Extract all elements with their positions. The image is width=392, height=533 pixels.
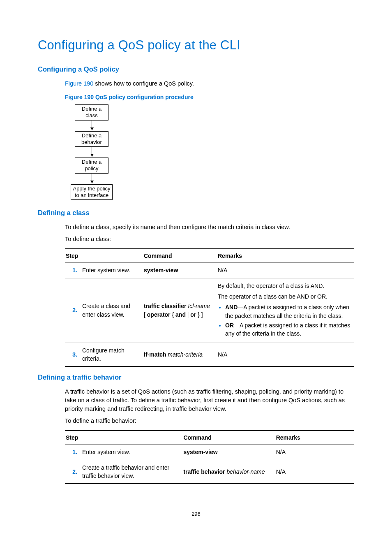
cmd: system-view <box>144 267 178 273</box>
command-text: traffic behavior behavior-name <box>182 460 275 484</box>
col-step: Step <box>65 431 182 445</box>
page: Configuring a QoS policy at the CLI Conf… <box>0 0 392 533</box>
flow-label: Apply the policy to an interface <box>73 185 110 198</box>
section-heading-behavior: Defining a traffic behavior <box>38 373 354 382</box>
command-text: system-view <box>143 263 217 278</box>
col-remarks: Remarks <box>217 249 354 263</box>
page-number: 296 <box>0 510 392 518</box>
cmd: operator <box>147 311 171 318</box>
step-text: Create a traffic behavior and enter traf… <box>81 460 182 484</box>
cmd-arg: tcl-name <box>187 303 210 309</box>
cmd: traffic classifier <box>144 303 187 309</box>
list-item: OR—A packet is assigned to a class if it… <box>225 321 352 338</box>
arrow-down-icon <box>65 147 118 158</box>
remarks-text: N/A <box>275 445 354 460</box>
command-text: system-view <box>182 445 275 460</box>
step-text: Enter system view. <box>81 445 182 460</box>
page-title: Configuring a QoS policy at the CLI <box>38 36 354 55</box>
step-num: 1. <box>65 445 81 460</box>
paragraph: To define a traffic behavior: <box>65 417 354 425</box>
section-body: Figure 190 shows how to configure a QoS … <box>65 79 354 200</box>
figure-caption: Figure 190 QoS policy configuration proc… <box>65 93 354 101</box>
text: —A packet is assigned to a class if it m… <box>225 322 350 337</box>
remarks-text: By default, the operator of a class is A… <box>217 278 354 343</box>
table-header-row: Step Command Remarks <box>65 431 354 445</box>
table-header-row: Step Command Remarks <box>65 249 354 263</box>
step-num: 1. <box>65 263 81 278</box>
cmd-arg: match-criteria <box>166 351 203 358</box>
behavior-table: Step Command Remarks 1. Enter system vie… <box>65 430 354 484</box>
cmd: or <box>190 311 196 318</box>
intro-paragraph: Figure 190 shows how to configure a QoS … <box>65 79 354 88</box>
step-text: Configure match criteria. <box>81 343 143 366</box>
col-remarks: Remarks <box>275 431 354 445</box>
section-heading-class: Defining a class <box>38 208 354 218</box>
table-row: 1. Enter system view. system-view N/A <box>65 445 354 460</box>
col-step: Step <box>65 249 143 263</box>
figure-link[interactable]: Figure 190 <box>65 80 93 87</box>
remarks-text: N/A <box>275 460 354 484</box>
table-row: 2. Create a class and enter class view. … <box>65 278 354 343</box>
flowchart: Define a class Define a behavior Define … <box>65 104 118 200</box>
flow-label: Define a policy <box>82 159 101 171</box>
paragraph: A traffic behavior is a set of QoS actio… <box>65 387 354 413</box>
step-text: Enter system view. <box>81 263 143 278</box>
cmd: traffic behavior <box>183 468 225 475</box>
cmd: and <box>175 311 186 318</box>
remarks-list: AND—A packet is assigned to a class only… <box>218 303 352 338</box>
flow-box-policy: Define a policy <box>75 158 108 174</box>
step-num: 2. <box>65 460 81 484</box>
remarks-text: N/A <box>217 263 354 278</box>
remark-line: By default, the operator of a class is A… <box>218 282 352 290</box>
flow-box-class: Define a class <box>75 104 108 121</box>
flow-box-apply: Apply the policy to an interface <box>71 184 112 200</box>
cmd-arg: behavior-name <box>225 468 265 475</box>
command-text: if-match match-criteria <box>143 343 217 366</box>
intro-text: shows how to configure a QoS policy. <box>93 80 194 87</box>
text: —A packet is assigned to a class only wh… <box>225 304 349 319</box>
col-command: Command <box>143 249 217 263</box>
arrow-down-icon <box>65 174 118 184</box>
list-item: AND—A packet is assigned to a class only… <box>225 303 352 320</box>
cmd: if-match <box>144 351 166 358</box>
paragraph: To define a class, specify its name and … <box>65 223 354 232</box>
flow-label: Define a class <box>82 106 101 118</box>
bold: OR <box>225 322 234 329</box>
section-body: To define a class, specify its name and … <box>65 223 354 367</box>
section-heading-configuring: Configuring a QoS policy <box>38 65 354 74</box>
class-table: Step Command Remarks 1. Enter system vie… <box>65 248 354 367</box>
step-num: 3. <box>65 343 81 366</box>
section-body: A traffic behavior is a set of QoS actio… <box>65 387 354 484</box>
remark-line: The operator of a class can be AND or OR… <box>218 292 352 301</box>
cmd: system-view <box>183 449 217 455</box>
bold: AND <box>225 304 238 311</box>
col-command: Command <box>182 431 275 445</box>
table-row: 3. Configure match criteria. if-match ma… <box>65 343 354 366</box>
table-row: 2. Create a traffic behavior and enter t… <box>65 460 354 484</box>
flow-box-behavior: Define a behavior <box>75 131 108 147</box>
flow-label: Define a behavior <box>81 132 102 145</box>
remarks-text: N/A <box>217 343 354 366</box>
table-row: 1. Enter system view. system-view N/A <box>65 263 354 278</box>
step-text: Create a class and enter class view. <box>81 278 143 343</box>
arrow-down-icon <box>65 121 118 131</box>
paragraph: To define a class: <box>65 235 354 243</box>
command-text: traffic classifier tcl-name [ operator {… <box>143 278 217 343</box>
step-num: 2. <box>65 278 81 343</box>
